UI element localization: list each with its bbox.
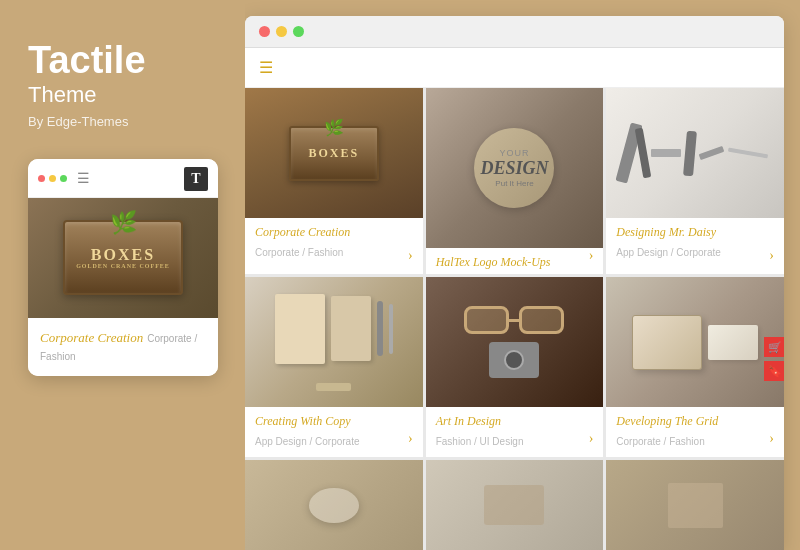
portfolio-arrow-3[interactable]: › [769,248,774,264]
packaging-bg [606,277,784,407]
tool-6 [728,148,768,159]
box-text: BOXES GOLDEN CRANE COFFEE [76,246,170,270]
portfolio-img-4 [245,277,423,407]
portfolio-img-5 [426,277,604,407]
design-text: DESIGN [480,158,548,179]
minimize-dot [49,175,56,182]
hamburger-icon: ☰ [77,170,90,187]
portfolio-item-4[interactable]: Creating With Copy App Design / Corporat… [245,277,423,457]
browser-toolbar [245,16,784,48]
portfolio-sub-5: Fashion / UI Design [436,436,524,447]
paper-1 [275,294,325,364]
browser-maximize-dot[interactable] [293,26,304,37]
browser-content: ☰ 🌿 BOXES Corporate Creation Corporate /… [245,48,784,550]
round-obj [309,488,359,523]
plant-sm-icon: 🌿 [324,118,344,137]
browser-window: ☰ 🌿 BOXES Corporate Creation Corporate /… [245,16,784,550]
paper-2 [331,296,371,361]
portfolio-title-4: Creating With Copy [255,414,413,429]
design-circle: YOUR DESIGN Put It Here [474,128,554,208]
pen-1 [377,301,383,356]
wooden-box: 🌿 BOXES GOLDEN CRANE COFFEE [63,220,183,295]
portfolio-arrow-5[interactable]: › [589,431,594,447]
box-small-text: BOXES [308,146,359,161]
portfolio-title-5: Art In Design [436,414,594,429]
portfolio-sub-6: Corporate / Fashion [616,436,704,447]
boxes-bg: 🌿 BOXES [245,88,423,218]
portfolio-img-3 [606,88,784,218]
put-it-here-text: Put It Here [495,179,533,188]
app-subtitle: Theme [28,82,96,108]
portfolio-caption-3: Designing Mr. Daisy App Design / Corpora… [606,218,784,268]
tool-3 [651,149,681,157]
bottom1-bg [245,460,423,550]
tool-5 [698,146,724,160]
portfolio-img-2: YOUR DESIGN Put It Here [426,88,604,248]
glasses-visual [464,306,564,334]
portfolio-caption-2: HalTex Logo Mock-Ups Corporate / Fashion [426,248,604,274]
portfolio-arrow-4[interactable]: › [408,431,413,447]
ruler [316,383,351,391]
sidebar: Tactile Theme By Edge-Themes ☰ T 🌿 BOXES… [0,0,245,550]
mobile-card-title: Corporate Creation [40,330,143,345]
portfolio-item-9[interactable] [606,460,784,550]
portfolio-img-7 [245,460,423,550]
mobile-logo: T [184,167,208,191]
portfolio-caption-4: Creating With Copy App Design / Corporat… [245,407,423,457]
browser-close-dot[interactable] [259,26,270,37]
your-text: YOUR [499,148,529,158]
box-obj [668,483,723,528]
portfolio-img-9 [606,460,784,550]
box-image-bg: 🌿 BOXES GOLDEN CRANE COFFEE [28,198,218,318]
red-badge-top: 🛒 [764,337,784,357]
plant-icon: 🌿 [110,210,137,236]
mobile-card-content: Corporate Creation Corporate / Fashion [28,318,218,376]
tools-layout [615,115,776,191]
portfolio-item-8[interactable] [426,460,604,550]
camera [489,342,539,378]
browser-minimize-dot[interactable] [276,26,287,37]
bottom2-bg [426,460,604,550]
portfolio-img-8 [426,460,604,550]
portfolio-title-3: Designing Mr. Daisy [616,225,774,240]
portfolio-caption-6: Developing The Grid Corporate / Fashion [606,407,784,457]
portfolio-title-2: HalTex Logo Mock-Ups [436,255,594,270]
design-bg: YOUR DESIGN Put It Here [426,88,604,248]
portfolio-sub-1: Corporate / Fashion [255,247,343,258]
portfolio-item-2[interactable]: YOUR DESIGN Put It Here HalTex Logo Mock… [426,88,604,274]
portfolio-caption-1: Corporate Creation Corporate / Fashion [245,218,423,268]
portfolio-arrow-1[interactable]: › [408,248,413,264]
box-packaging [632,315,702,370]
mobile-preview-header: ☰ T [28,159,218,198]
mobile-preview-card: ☰ T 🌿 BOXES GOLDEN CRANE COFFEE Corporat… [28,159,218,376]
portfolio-arrow-2[interactable]: › [589,248,594,264]
portfolio-item-1[interactable]: 🌿 BOXES Corporate Creation Corporate / F… [245,88,423,274]
portfolio-item-7[interactable] [245,460,423,550]
portfolio-arrow-6[interactable]: › [769,431,774,447]
portfolio-caption-5: Art In Design Fashion / UI Design [426,407,604,457]
browser-nav: ☰ [245,48,784,88]
card-packaging [708,325,758,360]
app-byline: By Edge-Themes [28,114,128,129]
box-subtext: GOLDEN CRANE COFFEE [76,263,170,270]
glasses-bg [426,277,604,407]
portfolio-item-6[interactable]: Developing The Grid Corporate / Fashion … [606,277,784,457]
portfolio-img-6 [606,277,784,407]
portfolio-title-6: Developing The Grid [616,414,774,429]
portfolio-sub-3: App Design / Corporate [616,247,721,258]
tools-bg [606,88,784,218]
bottom3-bg [606,460,784,550]
portfolio-item-3[interactable]: Designing Mr. Daisy App Design / Corpora… [606,88,784,274]
window-controls [38,175,67,182]
app-title: Tactile [28,40,146,82]
bridge [509,319,519,322]
tool-2 [634,128,651,179]
portfolio-img-1: 🌿 BOXES [245,88,423,218]
portfolio-item-5[interactable]: Art In Design Fashion / UI Design › [426,277,604,457]
pen-2 [389,304,393,354]
lens-left [464,306,509,334]
mobile-hero-image: 🌿 BOXES GOLDEN CRANE COFFEE [28,198,218,318]
close-dot [38,175,45,182]
nav-hamburger-icon[interactable]: ☰ [259,59,273,76]
portfolio-title-1: Corporate Creation [255,225,413,240]
